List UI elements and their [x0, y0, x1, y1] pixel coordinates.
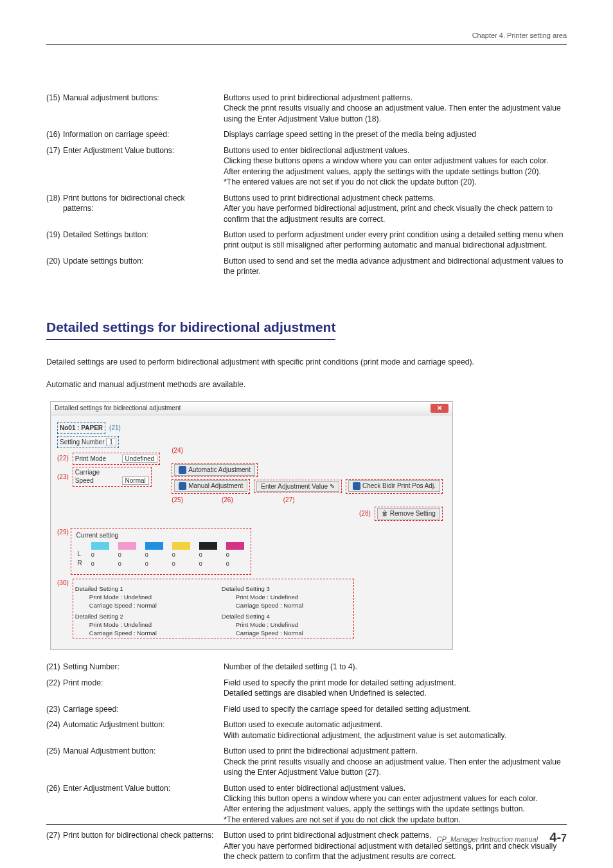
def-desc: Button used to perform adjustment under … — [224, 227, 567, 253]
def-number: (21) — [46, 659, 63, 674]
carriage-speed-field[interactable]: Normal — [122, 476, 149, 485]
print-mode-field[interactable]: Undefined — [122, 455, 158, 463]
current-setting-values: LR000000000000 — [76, 539, 245, 570]
color-chip-k: 00 — [199, 542, 217, 568]
def-desc: Displays carriage speed setting in the p… — [224, 127, 567, 142]
enter-adjustment-value-button[interactable]: Enter Adjustment Value ✎ — [256, 481, 339, 493]
print-mode-label: Print Mode — [75, 455, 120, 464]
manual-adjustment-button[interactable]: Manual Adjustment — [174, 480, 247, 492]
def-term: Automatic Adjustment button: — [63, 717, 224, 743]
def-desc: Field used to specify the carriage speed… — [224, 701, 567, 717]
color-chip-c: 00 — [145, 542, 163, 568]
def-desc: Buttons used to enter bidirectional adju… — [224, 143, 567, 190]
callout-25: (25) — [172, 496, 183, 505]
footer-doc-title: CP_Manager Instruction manual — [437, 835, 538, 844]
media-no-label: No01 : PAPER — [60, 424, 103, 431]
detailed-setting-3: Detailed Setting 3Print Mode : Undefined… — [222, 585, 351, 610]
current-setting-label: Current setting — [76, 531, 245, 540]
dialog-title: Detailed settings for bidirectional adju… — [55, 404, 181, 413]
def-number: (28) — [46, 865, 63, 868]
detailed-setting-1: Detailed Setting 1Print Mode : Undefined… — [75, 585, 205, 610]
color-chip-lc: 00 — [91, 542, 109, 568]
def-desc: Number of the detailed setting (1 to 4). — [224, 659, 567, 674]
setting-number-field[interactable]: 1 — [106, 438, 116, 446]
callout-21: (21) — [109, 424, 121, 433]
def-number: (16) — [46, 127, 63, 142]
def-term: Detailed Settings button: — [63, 227, 224, 253]
def-number: (22) — [46, 675, 63, 701]
def-number: (15) — [46, 90, 63, 127]
def-number: (20) — [46, 253, 63, 280]
def-number: (26) — [46, 781, 63, 828]
color-chip-m: 00 — [226, 542, 244, 568]
detailed-settings-grid: Detailed Setting 1Print Mode : Undefined… — [75, 585, 351, 637]
page-footer: CP_Manager Instruction manual 4-7 — [46, 824, 567, 846]
printer-icon — [179, 466, 186, 474]
def-desc: Buttons used to print bidirectional adju… — [224, 90, 567, 127]
def-number: (19) — [46, 227, 63, 253]
color-chip-y: 00 — [172, 542, 190, 568]
def-desc: Buttons used to print bidirectional adju… — [224, 190, 567, 227]
def-desc: Button used to send and set the media ad… — [224, 253, 567, 280]
def-desc: Button used to enter bidirectional adjus… — [224, 781, 567, 828]
def-desc: Button used to print the bidirectional a… — [224, 743, 567, 780]
def-term: Enter Adjustment Value button: — [63, 781, 224, 828]
definitions-top: (15)Manual adjustment buttons:Buttons us… — [46, 90, 567, 280]
remove-setting-button[interactable]: 🗑 Remove Setting — [377, 508, 440, 520]
running-head: Chapter 4. Printer setting area — [46, 31, 567, 45]
callout-30: (30) — [57, 579, 69, 588]
dialog-screenshot: Detailed settings for bidirectional adju… — [50, 401, 453, 650]
detailed-setting-4: Detailed Setting 4Print Mode : Undefined… — [222, 613, 351, 637]
trash-icon: 🗑 — [382, 509, 388, 518]
detailed-setting-2: Detailed Setting 2Print Mode : Undefined… — [75, 613, 205, 637]
def-term: Print buttons for bidirectional check pa… — [63, 190, 224, 227]
def-number: (18) — [46, 190, 63, 227]
callout-26: (26) — [222, 496, 233, 505]
def-number: (25) — [46, 743, 63, 780]
def-desc: Field used to specify the print mode for… — [224, 675, 567, 701]
close-icon[interactable]: ✕ — [431, 404, 449, 413]
def-term: Carriage speed: — [63, 701, 224, 717]
page-number: 4-7 — [549, 829, 567, 846]
def-term: Information on carriage speed: — [63, 127, 224, 142]
section-title: Detailed settings for bidirectional adju… — [46, 318, 335, 340]
def-number: (23) — [46, 701, 63, 717]
callout-23: (23) — [57, 473, 69, 482]
def-term: Update settings button: — [63, 253, 224, 280]
printer-icon — [353, 482, 360, 490]
intro-para-2: Automatic and manual adjustment methods … — [46, 379, 567, 390]
def-desc: Button used to execute automatic adjustm… — [224, 717, 567, 743]
def-term: Print mode: — [63, 675, 224, 701]
callout-28: (28) — [359, 509, 371, 518]
callout-27: (27) — [283, 496, 295, 505]
def-term: Manual adjustment buttons: — [63, 90, 224, 127]
def-term: Setting Number: — [63, 659, 224, 674]
callout-22: (22) — [57, 454, 69, 463]
automatic-adjustment-button[interactable]: Automatic Adjustment — [174, 464, 255, 476]
callout-24: (24) — [172, 446, 183, 455]
check-bidir-button[interactable]: Check Bidir Print Pos Adj. — [348, 480, 440, 492]
callout-29: (29) — [57, 529, 69, 536]
def-term: Manual Adjustment button: — [63, 743, 224, 780]
def-desc: Button used to remove the settings in th… — [224, 865, 567, 868]
printer-icon — [179, 482, 186, 490]
def-term: Enter Adjustment Value buttons: — [63, 143, 224, 190]
pencil-icon: ✎ — [330, 482, 335, 491]
def-term: Remove Setting button: — [63, 865, 224, 868]
def-number: (17) — [46, 143, 63, 190]
def-number: (24) — [46, 717, 63, 743]
intro-para-1: Detailed settings are used to perform bi… — [46, 357, 567, 367]
setting-number-label: Setting Number — [60, 438, 104, 447]
color-chip-lm: 00 — [118, 542, 136, 568]
carriage-speed-label: Carriage Speed — [75, 468, 120, 485]
